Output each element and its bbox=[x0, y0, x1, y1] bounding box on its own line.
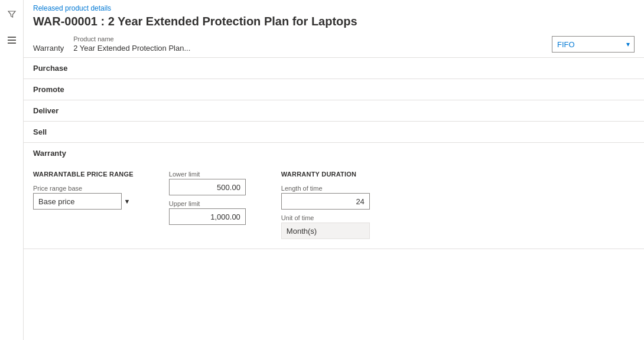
limit-group: Lower limit Upper limit bbox=[169, 171, 246, 225]
product-name-group: Product name 2 Year Extended Protection … bbox=[73, 35, 274, 53]
upper-limit-group: Upper limit bbox=[169, 200, 246, 225]
top-fields-row: Warranty Product name 2 Year Extended Pr… bbox=[24, 33, 644, 58]
price-range-block: WARRANTABLE PRICE RANGE Price range base… bbox=[33, 171, 134, 210]
price-range-block-title: WARRANTABLE PRICE RANGE bbox=[33, 171, 134, 178]
inventory-model-group: FIFO LIFO Weighted avg. bbox=[552, 36, 635, 53]
section-purchase-header[interactable]: Purchase bbox=[24, 58, 644, 79]
section-warranty-header[interactable]: Warranty bbox=[24, 143, 644, 164]
price-range-base-label: Price range base bbox=[33, 185, 134, 192]
product-type-value: Warranty bbox=[33, 44, 64, 53]
length-of-time-group: Length of time bbox=[281, 185, 370, 210]
breadcrumb-link[interactable]: Released product details bbox=[33, 4, 111, 12]
price-range-base-select[interactable]: Base price Sales price Cost price bbox=[33, 193, 122, 210]
product-name-label: Product name bbox=[73, 35, 274, 42]
breadcrumb: Released product details bbox=[24, 0, 644, 12]
main-content: Released product details WAR-00001 : 2 Y… bbox=[24, 0, 644, 340]
unit-of-time-label: Unit of time bbox=[281, 214, 370, 221]
section-deliver: Deliver bbox=[24, 100, 644, 122]
upper-limit-label: Upper limit bbox=[169, 200, 246, 207]
lower-limit-group: Lower limit bbox=[169, 171, 246, 195]
inventory-model-select[interactable]: FIFO LIFO Weighted avg. bbox=[552, 36, 635, 53]
section-sell: Sell bbox=[24, 122, 644, 143]
product-type-group: Warranty bbox=[33, 44, 64, 53]
section-sell-header[interactable]: Sell bbox=[24, 122, 644, 142]
content-area: Warranty Product name 2 Year Extended Pr… bbox=[24, 33, 644, 340]
page-title: WAR-00001 : 2 Year Extended Protection P… bbox=[24, 12, 644, 33]
product-name-value: 2 Year Extended Protection Plan... bbox=[73, 44, 274, 53]
sidebar bbox=[0, 0, 24, 340]
section-deliver-header[interactable]: Deliver bbox=[24, 100, 644, 121]
filter-icon[interactable] bbox=[2, 5, 21, 24]
svg-rect-0 bbox=[8, 37, 16, 38]
length-of-time-label: Length of time bbox=[281, 185, 370, 192]
price-range-base-select-wrapper[interactable]: Base price Sales price Cost price ▾ bbox=[33, 193, 134, 210]
unit-of-time-group: Unit of time Month(s) bbox=[281, 214, 370, 239]
length-of-time-input[interactable] bbox=[281, 193, 370, 210]
unit-of-time-value: Month(s) bbox=[281, 223, 370, 239]
svg-rect-2 bbox=[8, 42, 16, 44]
section-promote: Promote bbox=[24, 79, 644, 100]
upper-limit-input[interactable] bbox=[169, 208, 246, 225]
duration-block-title: WARRANTY DURATION bbox=[281, 171, 370, 178]
section-purchase: Purchase bbox=[24, 58, 644, 79]
price-range-base-group: Price range base Base price Sales price … bbox=[33, 185, 134, 210]
section-warranty: Warranty WARRANTABLE PRICE RANGE Price r… bbox=[24, 143, 644, 249]
menu-icon[interactable] bbox=[2, 31, 21, 50]
inventory-model-select-wrapper[interactable]: FIFO LIFO Weighted avg. bbox=[552, 36, 635, 53]
svg-rect-1 bbox=[8, 40, 16, 41]
section-promote-header[interactable]: Promote bbox=[24, 79, 644, 100]
duration-block: WARRANTY DURATION Length of time Unit of… bbox=[281, 171, 370, 239]
warranty-content: WARRANTABLE PRICE RANGE Price range base… bbox=[24, 164, 644, 249]
lower-limit-input[interactable] bbox=[169, 179, 246, 195]
lower-limit-label: Lower limit bbox=[169, 171, 246, 178]
